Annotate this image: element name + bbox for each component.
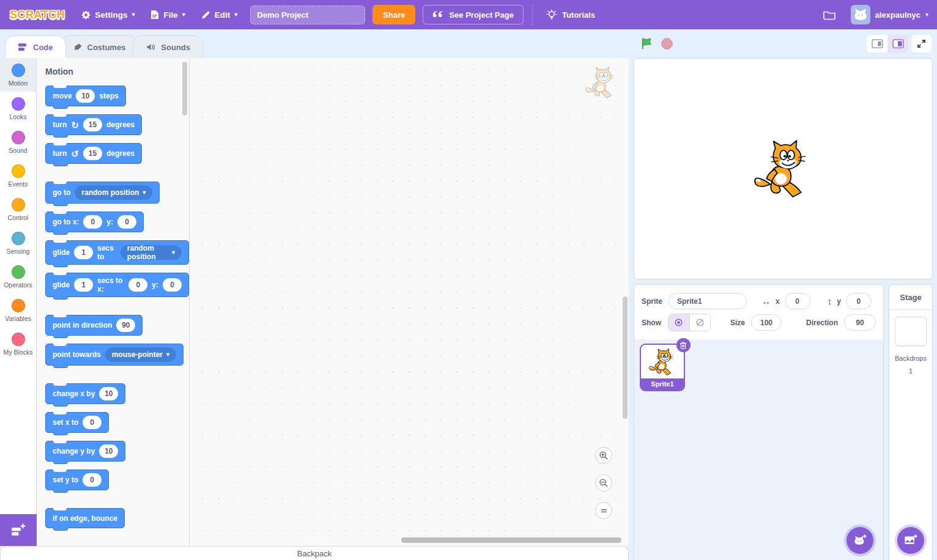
palette-block-row: point in direction90 bbox=[45, 315, 189, 336]
block-value-input[interactable]: 0 bbox=[83, 215, 102, 229]
block-dropdown[interactable]: random position▾ bbox=[120, 245, 182, 260]
tab-costumes[interactable]: Costumes bbox=[61, 35, 139, 58]
palette-block[interactable]: set x to0 bbox=[45, 412, 109, 433]
block-label: set x to bbox=[53, 418, 78, 427]
size-input[interactable]: 100 bbox=[751, 314, 782, 331]
block-value-input[interactable]: 0 bbox=[83, 416, 102, 429]
my-stuff-folder-button[interactable] bbox=[813, 0, 846, 29]
settings-menu[interactable]: Settings ▾ bbox=[73, 0, 143, 29]
edit-menu[interactable]: Edit ▾ bbox=[193, 0, 246, 29]
block-dropdown[interactable]: random position▾ bbox=[75, 185, 152, 200]
zoom-in-button[interactable] bbox=[595, 447, 612, 464]
block-label: degrees bbox=[106, 120, 135, 129]
stage-pane: Sprite Sprite1 ↔ x 0 ↕ y 0 Show bbox=[634, 29, 937, 560]
backdrop-thumbnail[interactable] bbox=[895, 317, 927, 346]
category-color-dot bbox=[12, 64, 25, 77]
stage[interactable] bbox=[634, 58, 933, 279]
stage-sprite-cat[interactable] bbox=[753, 140, 813, 197]
block-dropdown[interactable]: mouse-pointer▾ bbox=[105, 347, 176, 362]
block-label: if on edge, bounce bbox=[53, 514, 117, 523]
block-value-input[interactable]: 0 bbox=[163, 278, 182, 292]
palette-block-row: go torandom position▾ bbox=[45, 182, 189, 204]
palette-block[interactable]: change y by10 bbox=[45, 441, 125, 462]
direction-input[interactable]: 90 bbox=[844, 314, 876, 331]
block-value-input[interactable]: 0 bbox=[117, 215, 136, 229]
palette-block[interactable]: glide1secs torandom position▾ bbox=[45, 240, 189, 265]
palette-block[interactable]: glide1secs to x:0y:0 bbox=[45, 273, 189, 297]
block-value-input[interactable]: 0 bbox=[83, 473, 102, 487]
category-control[interactable]: Control bbox=[0, 193, 36, 226]
chevron-down-icon: ▾ bbox=[925, 12, 928, 18]
show-sprite-button[interactable] bbox=[668, 314, 689, 331]
add-backdrop-button[interactable] bbox=[897, 527, 924, 554]
project-name-input[interactable] bbox=[250, 6, 365, 24]
block-value-input[interactable]: 1 bbox=[74, 246, 93, 259]
large-stage-button[interactable] bbox=[887, 35, 908, 53]
category-sensing[interactable]: Sensing bbox=[0, 226, 36, 260]
palette-block[interactable]: move10steps bbox=[45, 86, 126, 106]
palette-block-row: go to x:0y:0 bbox=[45, 212, 189, 232]
palette-block[interactable]: point in direction90 bbox=[45, 315, 143, 336]
block-value-input[interactable]: 90 bbox=[116, 319, 135, 332]
block-label: degrees bbox=[106, 149, 135, 158]
hide-sprite-button[interactable] bbox=[689, 314, 710, 331]
palette-block[interactable]: go torandom position▾ bbox=[45, 182, 160, 204]
zoom-reset-button[interactable] bbox=[595, 502, 612, 519]
category-motion[interactable]: Motion bbox=[0, 58, 36, 92]
category-variables[interactable]: Variables bbox=[0, 293, 36, 327]
backpack-bar[interactable]: Backpack bbox=[0, 546, 629, 560]
sprite-name-input[interactable]: Sprite1 bbox=[668, 293, 747, 309]
block-value-input[interactable]: 15 bbox=[83, 118, 102, 131]
category-operators[interactable]: Operators bbox=[0, 260, 36, 293]
account-menu[interactable]: alexpaulnyc ▾ bbox=[846, 0, 928, 29]
block-value-input[interactable]: 10 bbox=[99, 444, 118, 458]
y-position-input[interactable]: 0 bbox=[846, 293, 872, 309]
add-extension-button[interactable] bbox=[0, 514, 37, 546]
fullscreen-button[interactable] bbox=[911, 35, 931, 53]
code-canvas[interactable] bbox=[190, 58, 629, 546]
tab-sounds[interactable]: Sounds bbox=[133, 35, 203, 58]
sprite-info-row-2: Show Size 100 Direction 90 bbox=[642, 312, 876, 333]
file-menu[interactable]: File ▾ bbox=[143, 0, 193, 29]
palette-block[interactable]: if on edge, bounce bbox=[45, 508, 125, 528]
green-flag-button[interactable] bbox=[639, 36, 655, 52]
category-looks[interactable]: Looks bbox=[0, 92, 36, 125]
add-extension-icon bbox=[10, 523, 26, 537]
scratch-logo[interactable]: SCRATCH bbox=[6, 9, 73, 21]
share-button[interactable]: Share bbox=[372, 5, 415, 24]
see-project-page-button[interactable]: See Project Page bbox=[423, 5, 524, 24]
category-label: Events bbox=[8, 180, 28, 188]
palette-block[interactable]: change x by10 bbox=[45, 383, 125, 404]
category-events[interactable]: Events bbox=[0, 159, 36, 193]
palette-scrollbar[interactable] bbox=[182, 62, 187, 116]
add-sprite-button[interactable] bbox=[846, 527, 873, 554]
palette-block[interactable]: point towardsmouse-pointer▾ bbox=[45, 344, 183, 366]
x-position-input[interactable]: 0 bbox=[785, 293, 810, 309]
block-value-input[interactable]: 15 bbox=[83, 147, 102, 160]
palette-block[interactable]: set y to0 bbox=[45, 470, 109, 490]
block-label: glide bbox=[53, 248, 70, 257]
palette-block[interactable]: turn↻15degrees bbox=[45, 114, 142, 135]
block-value-input[interactable]: 0 bbox=[128, 278, 147, 292]
palette-block-row: change x by10 bbox=[45, 383, 189, 404]
palette-block[interactable]: turn↺15degrees bbox=[45, 143, 142, 164]
canvas-vertical-scrollbar[interactable] bbox=[623, 297, 628, 419]
canvas-horizontal-scrollbar[interactable] bbox=[401, 537, 621, 543]
chevron-down-icon: ▾ bbox=[131, 12, 135, 18]
category-my-blocks[interactable]: My Blocks bbox=[0, 327, 36, 361]
small-stage-button[interactable] bbox=[867, 35, 887, 53]
tab-code[interactable]: Code bbox=[5, 35, 66, 58]
block-value-input[interactable]: 1 bbox=[74, 278, 93, 292]
stage-selector-panel[interactable]: Stage Backdrops 1 bbox=[889, 284, 933, 560]
delete-sprite-button[interactable] bbox=[676, 338, 691, 352]
block-value-input[interactable]: 10 bbox=[99, 387, 118, 400]
category-sound[interactable]: Sound bbox=[0, 125, 36, 159]
block-value-input[interactable]: 10 bbox=[76, 89, 95, 103]
stop-button[interactable] bbox=[659, 36, 675, 52]
stage-size-toggle bbox=[867, 35, 908, 53]
tutorials-menu[interactable]: Tutorials bbox=[541, 0, 600, 29]
palette-block[interactable]: go to x:0y:0 bbox=[45, 212, 144, 232]
zoom-out-button[interactable] bbox=[595, 474, 612, 492]
sprite-tile-sprite1[interactable]: Sprite1 bbox=[640, 344, 685, 391]
x-axis-icon: ↔ bbox=[761, 296, 771, 306]
